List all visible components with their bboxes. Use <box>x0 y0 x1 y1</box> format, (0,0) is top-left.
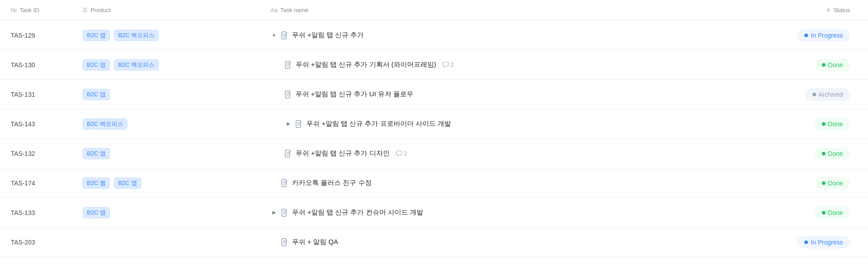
table-row: TAS-129B2C 앱B2C 백오피스▼ 푸쉬 +알림 탭 신규 추가In P… <box>0 21 868 50</box>
task-name-cell: 푸쉬 + 알림 QA <box>271 238 732 246</box>
task-id: TAS-130 <box>11 61 35 69</box>
expand-arrow[interactable]: ▼ <box>271 33 278 38</box>
table-row: TAS-203 푸쉬 + 알림 QAIn Progress <box>0 227 868 257</box>
svg-marker-41 <box>286 239 288 240</box>
status-badge: In Progress <box>797 29 850 42</box>
task-file-icon <box>281 238 288 246</box>
task-id: TAS-133 <box>11 209 35 216</box>
task-name: 푸쉬 +알림 탭 신규 추가 <box>292 31 364 39</box>
status-dot <box>822 211 825 215</box>
svg-marker-31 <box>286 180 288 181</box>
table-row: TAS-174B2C 웹B2C 앱 카카오톡 플러스 친구 수정Done <box>0 168 868 198</box>
header-product: ☰ Product <box>82 7 271 13</box>
header-taskname-label: Task name <box>280 7 309 13</box>
status-cell: In Progress <box>732 236 857 249</box>
product-tag: B2C 앱 <box>114 177 142 189</box>
status-dot <box>822 181 825 185</box>
header-taskid-label: Task ID <box>20 7 39 13</box>
status-badge: Done <box>815 206 850 219</box>
status-dot <box>804 34 808 37</box>
task-id-cell: TAS-130 <box>11 61 82 69</box>
task-name: 푸쉬 +알림 탭 신규 추가 디자인 <box>296 149 390 158</box>
task-name: 푸쉬 +알림 탭 신규 추가 컨슈머 사이드 개발 <box>292 208 423 217</box>
product-cell: B2C 웹B2C 앱 <box>82 177 271 189</box>
table-row: TAS-131B2C 앱 푸쉬 +알림 탭 신규 추가 UI 유저 플로우Arc… <box>0 80 868 109</box>
header-taskname: Aa Task name <box>271 7 732 13</box>
table-header-row: № Task ID ☰ Product Aa Task name ✳ Statu… <box>0 0 868 21</box>
expand-arrow[interactable]: ▶ <box>285 121 292 127</box>
svg-marker-25 <box>290 150 292 152</box>
task-file-icon <box>285 61 292 69</box>
header-status: ✳ Status <box>732 7 857 13</box>
task-id: TAS-174 <box>11 180 35 187</box>
task-id: TAS-131 <box>11 91 35 98</box>
product-cell: B2C 앱 <box>82 148 271 159</box>
svg-rect-26 <box>396 151 402 155</box>
task-file-icon <box>281 179 288 187</box>
task-id-cell: TAS-203 <box>11 238 82 246</box>
task-file-icon <box>281 209 288 217</box>
status-text: Done <box>828 150 843 157</box>
task-id: TAS-143 <box>11 120 35 128</box>
status-dot <box>822 122 825 126</box>
list-icon: ☰ <box>82 7 88 13</box>
task-id: TAS-203 <box>11 239 35 246</box>
task-name-cell: ▶ 푸쉬 +알림 탭 신규 추가 컨슈머 사이드 개발 <box>271 208 732 217</box>
status-cell: Done <box>732 177 857 189</box>
header-product-label: Product <box>90 7 111 13</box>
status-cell: Done <box>732 118 857 130</box>
status-badge: Archived <box>805 88 850 101</box>
product-cell: B2C 백오피스 <box>82 118 271 130</box>
status-badge: In Progress <box>797 236 850 249</box>
product-cell: B2C 앱 <box>82 207 271 219</box>
product-tag: B2C 앱 <box>82 59 110 71</box>
product-cell: B2C 앱B2C 백오피스 <box>82 30 271 41</box>
number-icon: № <box>11 7 17 13</box>
status-badge: Done <box>815 118 850 130</box>
svg-marker-9 <box>290 61 292 63</box>
product-tag: B2C 백오피스 <box>114 59 159 71</box>
task-name-cell: 카카오톡 플러스 친구 수정 <box>271 179 732 187</box>
task-file-icon <box>285 150 292 158</box>
task-id-cell: TAS-131 <box>11 90 82 98</box>
status-cell: In Progress <box>732 29 857 42</box>
status-header-icon: ✳ <box>826 7 831 13</box>
task-file-icon <box>296 120 303 128</box>
status-dot <box>822 63 825 67</box>
task-file-icon <box>281 31 288 39</box>
task-name-cell: 푸쉬 +알림 탭 신규 추가 디자인 2 <box>271 149 732 158</box>
task-id-cell: TAS-174 <box>11 179 82 187</box>
task-id-cell: TAS-143 <box>11 120 82 128</box>
status-text: Archived <box>819 91 843 98</box>
svg-marker-20 <box>301 120 302 122</box>
status-text: Done <box>828 61 843 69</box>
product-cell: B2C 앱B2C 백오피스 <box>82 59 271 71</box>
product-tag: B2C 앱 <box>82 30 110 41</box>
task-id-cell: TAS-132 <box>11 150 82 157</box>
status-cell: Archived <box>732 88 857 101</box>
table-row: TAS-133B2C 앱▶ 푸쉬 +알림 탭 신규 추가 컨슈머 사이드 개발D… <box>0 198 868 227</box>
product-tag: B2C 앱 <box>82 148 110 159</box>
text-icon: Aa <box>271 7 278 13</box>
task-id-cell: TAS-133 <box>11 209 82 216</box>
table-row: TAS-143B2C 백오피스▶ 푸쉬 +알림 탭 신규 추가 프로바이더 사이… <box>0 109 868 139</box>
task-name-cell: ▶ 푸쉬 +알림 탭 신규 추가 프로바이더 사이드 개발 <box>271 120 732 128</box>
status-dot <box>804 240 808 244</box>
status-badge: Done <box>815 59 850 71</box>
task-name-cell: 푸쉬 +알림 탭 신규 추가 기획서 (와이어프레임) 2 <box>271 60 732 69</box>
status-cell: Done <box>732 147 857 160</box>
status-badge: Done <box>815 177 850 189</box>
table-body: TAS-129B2C 앱B2C 백오피스▼ 푸쉬 +알림 탭 신규 추가In P… <box>0 21 868 257</box>
task-table: № Task ID ☰ Product Aa Task name ✳ Statu… <box>0 0 868 266</box>
status-dot <box>812 93 816 96</box>
table-row: TAS-132B2C 앱 푸쉬 +알림 탭 신규 추가 디자인 2Done <box>0 139 868 168</box>
status-text: Done <box>828 120 843 128</box>
product-tag: B2C 웹 <box>82 177 110 189</box>
expand-arrow[interactable]: ▶ <box>271 210 278 215</box>
header-status-label: Status <box>834 7 850 13</box>
task-id: TAS-132 <box>11 150 35 157</box>
comment-badge: 2 <box>443 61 454 68</box>
product-tag: B2C 백오피스 <box>82 118 128 130</box>
product-tag: B2C 앱 <box>82 89 110 100</box>
svg-rect-10 <box>443 62 448 66</box>
